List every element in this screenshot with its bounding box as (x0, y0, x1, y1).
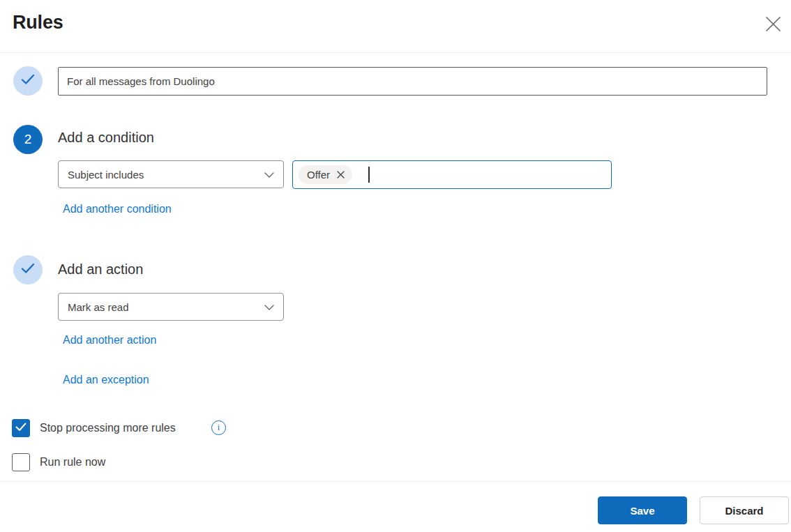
checkmark-icon (15, 422, 27, 434)
add-another-action-link[interactable]: Add another action (63, 334, 156, 347)
text-cursor (368, 167, 370, 183)
condition-keywords-input[interactable]: Offer (292, 160, 612, 189)
save-button[interactable]: Save (598, 496, 687, 524)
chevron-down-icon (264, 168, 274, 181)
info-icon[interactable]: i (211, 420, 226, 435)
header-divider (0, 52, 791, 53)
footer-divider (0, 481, 791, 482)
step-number: 2 (24, 132, 32, 147)
condition-select-value: Subject includes (68, 169, 144, 181)
stop-processing-label: Stop processing more rules (40, 422, 176, 434)
checkmark-icon (21, 74, 35, 88)
chevron-down-icon (264, 301, 274, 313)
keyword-chip: Offer (299, 165, 352, 184)
rule-name-input[interactable] (58, 67, 767, 96)
action-heading: Add an action (58, 261, 143, 278)
dismiss-icon[interactable] (337, 171, 345, 178)
step-3-complete-badge (13, 255, 43, 284)
close-button[interactable] (760, 13, 785, 38)
step-2-number-badge: 2 (13, 125, 43, 154)
add-another-condition-link[interactable]: Add another condition (63, 203, 172, 215)
checkmark-icon (21, 263, 35, 277)
discard-button[interactable]: Discard (700, 496, 789, 524)
page-title: Rules (13, 12, 63, 33)
step-1-complete-badge (13, 66, 43, 96)
keyword-chip-label: Offer (307, 169, 330, 181)
condition-select[interactable]: Subject includes (58, 160, 284, 188)
close-icon (765, 16, 781, 34)
stop-processing-checkbox[interactable] (12, 419, 30, 437)
action-select-value: Mark as read (68, 301, 129, 313)
run-rule-now-checkbox[interactable] (12, 453, 30, 471)
condition-heading: Add a condition (58, 130, 154, 146)
run-rule-now-label: Run rule now (40, 456, 105, 469)
add-an-exception-link[interactable]: Add an exception (63, 374, 149, 386)
action-select[interactable]: Mark as read (58, 293, 284, 321)
